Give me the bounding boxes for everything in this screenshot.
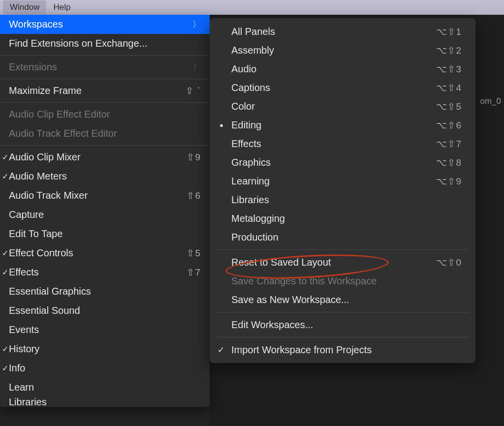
menu-audio-clip-mixer[interactable]: ✓ Audio Clip Mixer ⇧9 <box>0 148 210 167</box>
shortcut-label: ⇧9 <box>187 152 201 163</box>
menu-workspaces[interactable]: Workspaces 〉 <box>0 15 210 34</box>
workspace-libraries[interactable]: Libraries <box>210 190 475 209</box>
workspaces-submenu: All Panels ⌥⇧1 Assembly ⌥⇧2 Audio ⌥⇧3 Ca… <box>210 18 475 363</box>
menu-separator <box>217 249 469 250</box>
menu-separator <box>0 145 210 146</box>
menu-separator <box>0 102 210 103</box>
workspace-assembly[interactable]: Assembly ⌥⇧2 <box>210 41 475 60</box>
check-icon: ✓ <box>2 152 9 162</box>
menu-audio-track-effect-editor: Audio Track Effect Editor <box>0 124 210 143</box>
shortcut-label: ⌥⇧9 <box>436 176 462 187</box>
workspace-all-panels[interactable]: All Panels ⌥⇧1 <box>210 22 475 41</box>
workspace-reset-to-saved-layout[interactable]: Reset to Saved Layout ⌥⇧0 <box>210 253 475 272</box>
check-icon: ✓ <box>2 172 9 181</box>
menu-essential-sound[interactable]: Essential Sound <box>0 301 210 320</box>
menu-audio-meters[interactable]: ✓ Audio Meters <box>0 167 210 186</box>
menu-find-extensions[interactable]: Find Extensions on Exchange... <box>0 34 210 53</box>
check-icon: ✓ <box>2 364 9 373</box>
shortcut-label: ⌥⇧6 <box>436 120 462 131</box>
menu-effect-controls[interactable]: ✓ Effect Controls ⇧5 <box>0 243 210 263</box>
menu-separator <box>0 79 210 79</box>
background-clip-label: om_0 <box>480 96 501 106</box>
menu-extensions: Extensions 〉 <box>0 58 210 77</box>
shortcut-label: ⌥⇧7 <box>436 138 462 150</box>
check-icon: ✓ <box>218 345 224 355</box>
workspace-editing[interactable]: ● Editing ⌥⇧6 <box>210 116 475 134</box>
menu-separator <box>217 312 469 312</box>
workspace-graphics[interactable]: Graphics ⌥⇧8 <box>210 153 475 172</box>
shortcut-label: ⌥⇧2 <box>436 45 462 56</box>
shortcut-label: ⇧7 <box>187 267 201 278</box>
window-menu: Workspaces 〉 Find Extensions on Exchange… <box>0 15 210 407</box>
shortcut-label: ⌥⇧8 <box>436 157 462 168</box>
check-icon: ✓ <box>2 268 9 277</box>
workspace-save-as-new[interactable]: Save as New Workspace... <box>210 290 475 309</box>
shortcut-label: ⌥⇧3 <box>436 63 462 75</box>
workspace-effects[interactable]: Effects ⌥⇧7 <box>210 134 475 153</box>
menubar-help[interactable]: Help <box>46 0 77 14</box>
workspace-production[interactable]: Production <box>210 228 475 246</box>
shortcut-label: ⌥⇧1 <box>436 26 462 37</box>
menu-workspaces-label: Workspaces <box>9 19 189 30</box>
menu-edit-to-tape[interactable]: Edit To Tape <box>0 224 210 243</box>
shortcut-label: ⌥⇧5 <box>436 101 462 112</box>
menu-separator <box>0 55 210 56</box>
menu-libraries[interactable]: Libraries <box>0 397 210 407</box>
menu-learn[interactable]: Learn <box>0 378 210 397</box>
shortcut-label: ⇧6 <box>187 190 201 201</box>
menu-info[interactable]: ✓ Info <box>0 359 210 378</box>
menu-events[interactable]: Events <box>0 320 210 339</box>
menu-effects[interactable]: ✓ Effects ⇧7 <box>0 263 210 282</box>
shortcut-label: ⌥⇧0 <box>436 257 462 268</box>
menu-separator <box>217 337 469 337</box>
menu-audio-clip-effect-editor: Audio Clip Effect Editor <box>0 105 210 124</box>
menubar-window[interactable]: Window <box>3 0 46 14</box>
menu-capture[interactable]: Capture <box>0 205 210 224</box>
chevron-right-icon: 〉 <box>192 19 201 30</box>
bullet-icon: ● <box>220 122 223 129</box>
workspace-import-from-projects[interactable]: ✓ Import Workspace from Projects <box>210 340 475 359</box>
menu-essential-graphics[interactable]: Essential Graphics <box>0 282 210 301</box>
workspace-captions[interactable]: Captions ⌥⇧4 <box>210 78 475 97</box>
workspace-save-changes: Save Changes to this Workspace <box>210 272 475 290</box>
check-icon: ✓ <box>2 344 9 354</box>
menu-audio-track-mixer[interactable]: Audio Track Mixer ⇧6 <box>0 186 210 205</box>
workspace-edit-workspaces[interactable]: Edit Workspaces... <box>210 315 475 334</box>
workspace-color[interactable]: Color ⌥⇧5 <box>210 97 475 116</box>
menu-maximize-frame[interactable]: Maximize Frame ⇧ ` <box>0 81 210 100</box>
workspace-metalogging[interactable]: Metalogging <box>210 209 475 228</box>
workspace-audio[interactable]: Audio ⌥⇧3 <box>210 60 475 78</box>
menubar: Window Help <box>0 0 504 15</box>
chevron-right-icon: 〉 <box>192 61 201 73</box>
shortcut-label: ⇧5 <box>187 247 201 259</box>
shortcut-label: ⌥⇧4 <box>436 82 462 93</box>
shortcut-label: ⇧ ` <box>186 85 201 96</box>
workspace-learning[interactable]: Learning ⌥⇧9 <box>210 172 475 190</box>
check-icon: ✓ <box>2 248 9 258</box>
menu-history[interactable]: ✓ History <box>0 339 210 359</box>
